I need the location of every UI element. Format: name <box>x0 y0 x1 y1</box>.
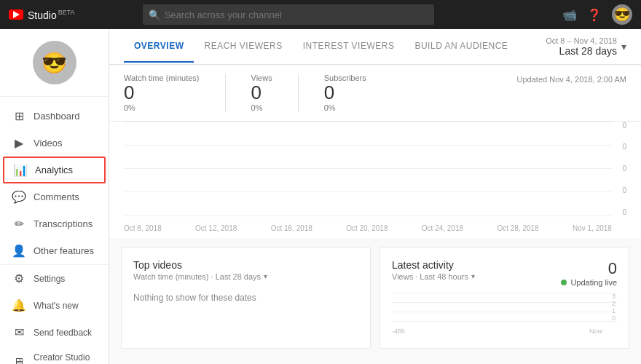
views-value: 0 <box>251 82 272 103</box>
tab-audience[interactable]: BUILD AN AUDIENCE <box>404 31 518 63</box>
subscribers-value: 0 <box>324 82 366 103</box>
watch-time-pct: 0% <box>124 103 200 112</box>
sidebar-item-feedback[interactable]: ✉ Send feedback <box>0 319 109 346</box>
chart-grid <box>124 122 612 216</box>
logo: StudioBETA <box>9 9 75 21</box>
sidebar-item-other[interactable]: 👤 Other features <box>0 237 109 264</box>
y-label-2: 0 <box>622 165 626 173</box>
activity-header: Latest activity Views · Last 48 hours ▾ … <box>392 259 617 288</box>
videos-icon: ▶ <box>12 136 26 150</box>
analytics-icon: 📊 <box>13 163 28 177</box>
gridline-1 <box>124 122 612 122</box>
mini-gridline-1 <box>392 293 617 293</box>
mini-y-0: 0 <box>612 314 616 322</box>
activity-dropdown-icon[interactable]: ▾ <box>471 272 475 280</box>
x-label-6: Nov 1, 2018 <box>573 224 612 232</box>
sidebar-label-classic: Creator Studio Classic <box>34 352 97 364</box>
updated-text: Updated Nov 4, 2018, 2:00 AM <box>517 74 626 84</box>
y-label-4: 0 <box>622 208 626 216</box>
y-label-1: 0 <box>622 143 626 151</box>
x-label-5: Oct 28, 2018 <box>497 224 538 232</box>
live-dot-icon <box>561 280 567 285</box>
yt-play-icon <box>9 9 23 20</box>
sidebar: 😎 ⊞ Dashboard ▶ Videos 📊 Analytics 💬 Com… <box>0 29 109 364</box>
sidebar-item-videos[interactable]: ▶ Videos <box>0 130 109 157</box>
sidebar-item-transcriptions[interactable]: ✏ Transcriptions <box>0 210 109 237</box>
tab-interest[interactable]: INTEREST VIEWERS <box>293 31 405 63</box>
activity-live: Updating live <box>561 278 617 287</box>
top-navigation: StudioBETA 🔍 📹 ❓ 😎 <box>0 0 641 29</box>
studio-label: StudioBETA <box>28 9 75 21</box>
sidebar-label-comments: Comments <box>34 191 79 202</box>
tab-overview[interactable]: OVERVIEW <box>124 31 194 63</box>
sidebar-label-dashboard: Dashboard <box>34 111 80 122</box>
metrics-strip: Watch time (minutes) 0 0% Views 0 0% Sub… <box>109 65 641 122</box>
tabs: OVERVIEW REACH VIEWERS INTEREST VIEWERS … <box>124 31 518 63</box>
top-videos-panel: Top videos Watch time (minutes) · Last 2… <box>121 247 371 349</box>
search-bar: 🔍 <box>143 4 434 25</box>
sidebar-label-settings: Settings <box>34 274 65 284</box>
chart-x-axis: Oct 8, 2018 Oct 12, 2018 Oct 16, 2018 Oc… <box>124 224 612 232</box>
activity-subtitle: Views · Last 48 hours ▾ <box>392 272 475 281</box>
video-camera-icon[interactable]: 📹 <box>562 8 577 22</box>
metric-subscribers: Subscribers 0 0% <box>324 74 366 112</box>
sidebar-item-whats-new[interactable]: 🔔 What's new <box>0 292 109 319</box>
top-videos-subtitle: Watch time (minutes) · Last 28 days ▾ <box>133 272 358 281</box>
mini-gridline-4 <box>392 321 617 322</box>
watch-time-value: 0 <box>124 82 200 103</box>
metric-divider-2 <box>298 74 299 112</box>
gridline-4 <box>124 191 612 192</box>
help-icon[interactable]: ❓ <box>587 8 602 22</box>
sidebar-item-analytics[interactable]: 📊 Analytics <box>3 157 106 183</box>
x-label-3: Oct 20, 2018 <box>346 224 388 232</box>
youtube-logo <box>9 9 25 20</box>
sidebar-item-dashboard[interactable]: ⊞ Dashboard <box>0 103 109 130</box>
sidebar-item-settings[interactable]: ⚙ Settings <box>0 265 109 292</box>
metric-views: Views 0 0% <box>251 74 272 112</box>
mini-y-3: 3 <box>612 293 616 300</box>
sidebar-bottom: ⚙ Settings 🔔 What's new ✉ Send feedback … <box>0 264 109 364</box>
x-label-2: Oct 16, 2018 <box>271 224 312 232</box>
mini-gridline-3 <box>392 312 617 312</box>
mini-x-start: -48h <box>392 328 405 335</box>
x-label-1: Oct 12, 2018 <box>195 224 237 232</box>
sidebar-label-videos: Videos <box>34 138 63 149</box>
sidebar-label-analytics: Analytics <box>35 165 73 175</box>
whats-new-icon: 🔔 <box>12 298 26 312</box>
gridline-2 <box>124 145 612 146</box>
avatar: 😎 <box>33 41 76 84</box>
chart-area: 0 0 0 0 0 Oct 8, 2018 Oct 12, 2018 Oct 1… <box>109 122 641 238</box>
settings-icon: ⚙ <box>12 272 26 285</box>
top-videos-dropdown-icon[interactable]: ▾ <box>264 272 267 280</box>
main-content: OVERVIEW REACH VIEWERS INTEREST VIEWERS … <box>109 29 641 364</box>
mini-chart-x-axis: -48h Now <box>392 328 602 335</box>
views-pct: 0% <box>251 103 272 112</box>
sidebar-label-transcriptions: Transcriptions <box>34 218 93 229</box>
mini-chart: 3 2 1 0 -48h Now <box>392 293 617 336</box>
x-label-4: Oct 24, 2018 <box>422 224 463 232</box>
sidebar-label-feedback: Send feedback <box>34 328 92 338</box>
mini-x-end: Now <box>589 328 602 335</box>
date-range: Oct 8 – Nov 4, 2018 Last 28 days ▾ <box>546 29 626 64</box>
search-icon: 🔍 <box>149 9 160 20</box>
tab-reach[interactable]: REACH VIEWERS <box>194 31 292 63</box>
user-avatar[interactable]: 😎 <box>612 4 632 25</box>
sidebar-label-other: Other features <box>34 245 94 256</box>
mini-gridline-2 <box>392 302 617 303</box>
mini-y-1: 1 <box>612 307 616 314</box>
y-label-3: 0 <box>622 186 626 194</box>
mini-chart-grid <box>392 293 617 322</box>
feedback-icon: ✉ <box>12 325 26 339</box>
sidebar-nav: ⊞ Dashboard ▶ Videos 📊 Analytics 💬 Comme… <box>0 97 109 264</box>
topnav-actions: 📹 ❓ 😎 <box>562 4 632 25</box>
sidebar-item-comments[interactable]: 💬 Comments <box>0 183 109 210</box>
beta-label: BETA <box>58 9 75 16</box>
sidebar-item-classic[interactable]: 🖥 Creator Studio Classic <box>0 346 109 364</box>
search-input[interactable] <box>143 4 434 25</box>
metric-divider-1 <box>225 74 226 112</box>
date-range-dropdown-icon[interactable]: ▾ <box>621 41 626 52</box>
sidebar-profile: 😎 <box>0 29 109 97</box>
metric-watch-time: Watch time (minutes) 0 0% <box>124 74 200 112</box>
tabs-bar: OVERVIEW REACH VIEWERS INTEREST VIEWERS … <box>109 29 641 65</box>
x-label-0: Oct 8, 2018 <box>124 224 162 232</box>
